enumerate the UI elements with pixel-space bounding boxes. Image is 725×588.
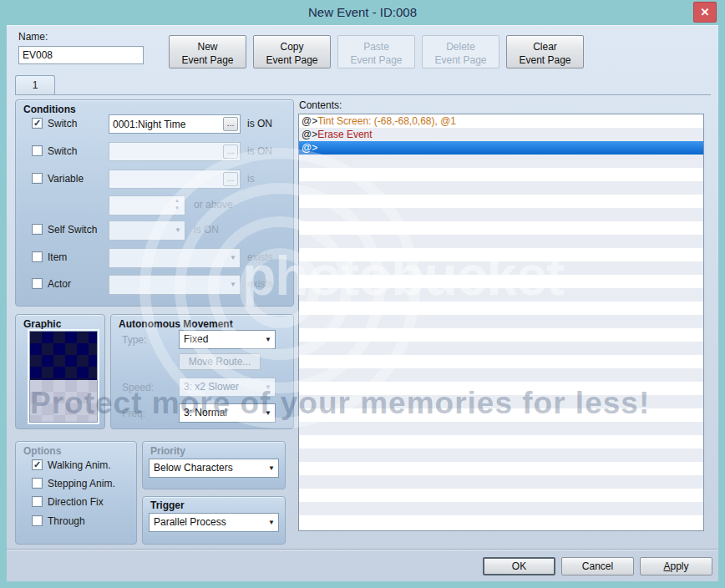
cancel-button[interactable]: Cancel xyxy=(561,557,634,575)
switch2-checkbox[interactable] xyxy=(32,145,43,156)
variable-browse-button[interactable]: ... xyxy=(223,172,238,186)
self-switch-dropdown[interactable]: ▼ xyxy=(109,220,185,241)
movement-speed-dropdown[interactable]: 3: x2 Slower▼ xyxy=(179,378,276,397)
chevron-down-icon: ▼ xyxy=(230,281,236,288)
event-command-empty-row[interactable] xyxy=(299,382,703,395)
name-input[interactable] xyxy=(18,46,144,64)
switch1-label: Switch xyxy=(48,118,77,129)
event-command-empty-row[interactable] xyxy=(299,221,703,235)
item-dropdown[interactable]: ▼ xyxy=(109,248,241,268)
options-header: Options xyxy=(23,445,61,457)
event-command-empty-row[interactable] xyxy=(299,288,703,302)
self-switch-label: Self Switch xyxy=(48,224,97,236)
event-command-empty-row[interactable] xyxy=(299,208,703,221)
graphic-sprite-image xyxy=(30,332,97,380)
clear-event-page-button[interactable]: Clear Event Page xyxy=(506,35,584,68)
event-command-empty-row[interactable] xyxy=(299,328,703,342)
event-command-empty-row[interactable] xyxy=(299,155,703,168)
switch1-suffix: is ON xyxy=(247,118,272,129)
switch2-browse-button[interactable]: ... xyxy=(223,144,238,159)
variable-input[interactable] xyxy=(109,170,241,189)
contents-list: @>Tint Screen: (-68,-68,0,68), @1 @>Eras… xyxy=(298,114,704,531)
chevron-down-icon: ▼ xyxy=(230,254,236,261)
ok-button[interactable]: OK xyxy=(483,557,555,575)
event-command-empty-row[interactable] xyxy=(299,235,703,248)
movement-header: Autonomous Movement xyxy=(119,318,233,330)
paste-event-page-button[interactable]: Paste Event Page xyxy=(337,35,415,68)
event-command-empty-row[interactable] xyxy=(299,449,703,462)
event-command-empty-row[interactable] xyxy=(299,355,703,368)
variable-checkbox[interactable] xyxy=(32,173,43,184)
new-event-page-button[interactable]: New Event Page xyxy=(169,35,246,68)
actor-dropdown[interactable]: ▼ xyxy=(109,275,241,295)
movement-speed-label: Speed: xyxy=(122,382,154,393)
event-command-empty-row[interactable] xyxy=(299,275,703,288)
switch1-browse-button[interactable]: ... xyxy=(223,117,238,131)
tab-strip-line xyxy=(15,94,711,95)
trigger-dropdown[interactable]: Parallel Process▼ xyxy=(149,513,279,532)
event-command-empty-row[interactable] xyxy=(299,462,703,475)
event-command-empty-row[interactable] xyxy=(299,315,703,328)
switch1-input[interactable] xyxy=(109,114,241,134)
actor-label: Actor xyxy=(48,278,71,290)
movement-freq-dropdown[interactable]: 3: Normal▼ xyxy=(179,403,276,423)
close-icon[interactable]: ✕ xyxy=(693,2,717,23)
event-command-row[interactable]: @>Erase Event xyxy=(299,128,703,141)
event-command-empty-row[interactable] xyxy=(299,475,703,489)
self-switch-checkbox[interactable] xyxy=(32,224,43,235)
variable-suffix: is xyxy=(247,173,255,185)
new-event-dialog: New Event - ID:008 ✕ Name: New Event Pag… xyxy=(0,0,725,588)
event-command-empty-row[interactable] xyxy=(299,261,703,275)
event-command-empty-row[interactable] xyxy=(299,195,703,208)
event-command-empty-row[interactable] xyxy=(299,342,703,355)
movement-freq-label: Freq: xyxy=(122,408,145,419)
walking-anim-checkbox[interactable]: ✓ xyxy=(32,459,43,470)
priority-dropdown[interactable]: Below Characters▼ xyxy=(149,459,279,478)
through-label: Through xyxy=(48,515,85,527)
variable-label: Variable xyxy=(48,173,84,185)
graphic-header: Graphic xyxy=(23,318,61,330)
direction-fix-checkbox[interactable] xyxy=(32,496,43,507)
apply-button[interactable]: Apply xyxy=(640,557,712,575)
tab-page-1[interactable]: 1 xyxy=(15,75,55,95)
event-command-empty-row[interactable] xyxy=(299,302,703,315)
trigger-header: Trigger xyxy=(150,499,185,511)
event-command-empty-row[interactable] xyxy=(299,435,703,449)
actor-checkbox[interactable] xyxy=(32,278,43,289)
movement-type-dropdown[interactable]: Fixed▼ xyxy=(179,330,276,349)
stepping-anim-label: Stepping Anim. xyxy=(48,478,115,489)
event-command-empty-row[interactable] xyxy=(299,422,703,435)
chevron-down-icon: ▼ xyxy=(265,383,271,391)
event-command-row[interactable]: @>Tint Screen: (-68,-68,0,68), @1 xyxy=(299,114,703,128)
command-prefix: @> xyxy=(302,142,317,154)
contents-label: Contents: xyxy=(299,99,342,111)
event-command-empty-row[interactable] xyxy=(299,502,703,515)
item-checkbox[interactable] xyxy=(32,251,43,262)
event-command-row-selected[interactable]: @> xyxy=(299,141,703,155)
event-command-empty-row[interactable] xyxy=(299,395,703,408)
event-command-empty-row[interactable] xyxy=(299,515,703,529)
delete-event-page-button[interactable]: Delete Event Page xyxy=(422,35,499,68)
graphic-preview[interactable] xyxy=(29,331,98,423)
event-command-empty-row[interactable] xyxy=(299,168,703,181)
switch2-input[interactable] xyxy=(109,142,241,161)
chevron-down-icon: ▼ xyxy=(265,336,271,343)
copy-event-page-button[interactable]: Copy Event Page xyxy=(253,35,331,68)
through-checkbox[interactable] xyxy=(32,515,43,526)
variable-threshold-suffix: or above xyxy=(194,199,233,210)
variable-value-spinner[interactable]: ▲▼ xyxy=(109,195,185,215)
event-command-empty-row[interactable] xyxy=(299,368,703,382)
spinner-arrows-icon[interactable]: ▲▼ xyxy=(171,197,183,214)
event-command-empty-row[interactable] xyxy=(299,248,703,261)
event-command-empty-row[interactable] xyxy=(299,408,703,422)
title-bar: New Event - ID:008 ✕ xyxy=(0,0,725,25)
stepping-anim-checkbox[interactable] xyxy=(32,478,43,489)
footer-divider xyxy=(7,549,718,550)
actor-suffix: exists xyxy=(247,278,273,290)
event-command-empty-row[interactable] xyxy=(299,489,703,502)
direction-fix-label: Direction Fix xyxy=(48,496,104,508)
switch1-checkbox[interactable]: ✓ xyxy=(32,118,43,129)
move-route-button[interactable]: Move Route... xyxy=(179,353,261,370)
command-prefix: @> xyxy=(302,129,317,140)
event-command-empty-row[interactable] xyxy=(299,181,703,195)
